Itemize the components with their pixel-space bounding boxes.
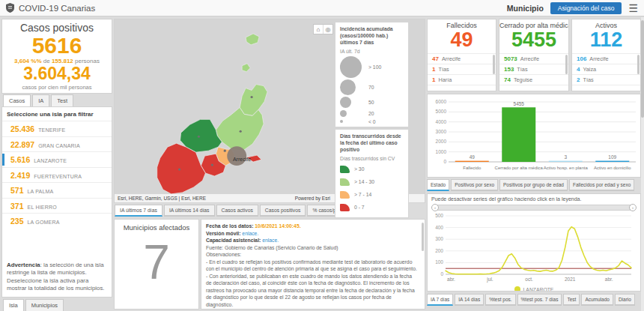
tab-estado[interactable]: Estado	[427, 179, 449, 191]
source-line: Fuente: Gobierno de Canarias (Servicio C…	[206, 244, 419, 252]
date-value: 10/6/2021 14:00:45.	[255, 223, 300, 229]
svg-text:abr.: abr.	[605, 277, 613, 282]
incidence-rate: 3.604,34	[2, 64, 112, 83]
island-row-la-gomera[interactable]: 235 LA GOMERA	[2, 213, 112, 229]
legend-circle-0	[340, 120, 343, 123]
svg-text:3: 3	[564, 154, 567, 160]
svg-text:6000: 6000	[436, 99, 447, 104]
observations-title: Observaciones:	[206, 251, 419, 259]
tab-isla[interactable]: Isla	[3, 299, 24, 311]
slider-handle-left[interactable]: ‹	[431, 204, 439, 211]
tab-acumulado[interactable]: Acumulado	[581, 294, 613, 306]
assign-case-button[interactable]: Asignación del caso	[550, 2, 622, 14]
island-count: 22.897	[10, 140, 34, 149]
tab-municipios[interactable]: Municipios	[25, 299, 64, 311]
list-item: 47Arrecife	[428, 53, 496, 64]
legend-incidence: Incidencia acumulada (casos/100000 hab.)…	[335, 22, 409, 127]
island-count: 235	[10, 217, 24, 226]
svg-text:3000: 3000	[436, 129, 447, 134]
list-item: 70Yaiza	[499, 85, 568, 88]
status-tabbar: Estado Positivos por sexo Positivos por …	[427, 179, 634, 191]
tab-casos-positivos[interactable]: Casos positivos	[260, 205, 306, 217]
legend-days-since-case: Días transcurridos desde la fecha del úl…	[335, 129, 409, 218]
tab-ia14[interactable]: IA 14 días	[455, 294, 484, 306]
tab-positivos-sexo[interactable]: Positivos por sexo	[451, 179, 498, 191]
list-item: 1Tías	[428, 64, 496, 74]
tab-fallecidos-edad-sexo[interactable]: Fallecidos por edad y sexo	[569, 179, 634, 191]
status-bar-chart[interactable]: 010002000300040005000600049Fallecido5455…	[428, 94, 640, 177]
positive-cases-title: Casos positivos	[2, 19, 112, 34]
legend-hint: Puede desactivar series del gráfico haci…	[428, 194, 640, 203]
tab-ia-14-dias[interactable]: IA últimos 14 días	[164, 205, 215, 217]
island-row-el-hierro[interactable]: 371 EL HIERRO	[2, 198, 112, 214]
tab-test-pos[interactable]: %test pos.	[485, 294, 515, 306]
lanzarote-legend-dot	[514, 286, 520, 292]
ia-line-chart[interactable]: 0100200300400500abr.jul.oct.2021abr.	[428, 212, 637, 284]
legend-circle-100	[340, 56, 362, 78]
svg-text:200: 200	[435, 248, 443, 253]
powered-by-esri: Powered by Esri	[295, 196, 330, 201]
island-name: LA GOMERA	[28, 220, 60, 225]
map-panel[interactable]: ⌂ ◎ Arrecife Esri, HERE, Garmin, USGS | …	[114, 19, 425, 203]
swatch-0-7	[340, 204, 350, 211]
tab-positivos-edad[interactable]: Positivos por grupo de edad	[499, 179, 568, 191]
list-scrollbar[interactable]	[637, 55, 640, 74]
time-slider[interactable]: ‹ ›	[432, 205, 636, 211]
island-count: 5.616	[10, 155, 30, 164]
island-count: 571	[10, 186, 24, 195]
city-label-arrecife: Arrecife	[225, 157, 258, 162]
tab-ia7[interactable]: IA 7 días	[427, 294, 453, 306]
island-row-tenerife[interactable]: 25.436 TENERIFE	[2, 121, 112, 136]
closed-cases-value: 5455	[499, 29, 568, 52]
svg-text:Activo en domicilio: Activo en domicilio	[594, 166, 631, 170]
svg-text:1000: 1000	[436, 149, 447, 154]
date-label: Fecha de los datos:	[206, 223, 253, 229]
island-row-fuerteventura[interactable]: 2.419 FUERTEVENTURA	[2, 167, 112, 183]
data-info-panel: Fecha de los datos: 10/6/2021 14:00:45. …	[201, 219, 425, 310]
list-item: 5073Arrecife	[499, 53, 568, 64]
incidence-rate-caption: casos por cien mil personas	[2, 84, 112, 91]
list-item: 153Tías	[499, 64, 568, 74]
tab-test[interactable]: Test	[563, 294, 580, 306]
closed-cases-list: 5073Arrecife 153Tías 74Teguise 70Yaiza	[499, 53, 568, 88]
island-count: 2.419	[10, 171, 30, 180]
island-row-gran-canaria[interactable]: 22.897 GRAN CANARIA	[2, 136, 112, 152]
list-item: 106Arrecife	[572, 53, 640, 64]
line-chart-legend[interactable]: LANZAROTE	[428, 286, 640, 292]
legend-circle-70	[340, 79, 356, 95]
list-scrollbar[interactable]	[493, 55, 495, 74]
island-row-la-palma[interactable]: 571 LA PALMA	[2, 182, 112, 198]
svg-text:Activo hosp. en planta: Activo hosp. en planta	[544, 166, 589, 170]
home-extent-icon[interactable]: ⌂	[314, 25, 323, 34]
svg-text:4000: 4000	[436, 119, 447, 124]
island-filter-tabbar: Isla Municipios	[3, 299, 64, 311]
island-row-lanzarote[interactable]: 5.616 LANZAROTE	[2, 151, 112, 167]
mobile-version-link[interactable]: enlace.	[242, 231, 258, 236]
hamburger-menu-icon[interactable]: ☰	[628, 3, 638, 13]
active-cases-panel: Activos 112 106Arrecife 4Yaiza 2Tías 0Sa…	[571, 19, 641, 91]
island-name: FUERTEVENTURA	[34, 174, 82, 179]
svg-text:oct.: oct.	[525, 277, 533, 282]
svg-text:100: 100	[435, 259, 443, 265]
tab-test-pos-7[interactable]: %test pos. 7 días	[517, 294, 562, 306]
layers-icon[interactable]: ◎	[323, 25, 332, 34]
list-item: 4Yaiza	[572, 64, 640, 74]
tab-ia-7-dias[interactable]: IA últimos 7 días	[115, 205, 162, 217]
slider-handle-right[interactable]: ›	[629, 204, 637, 211]
tab-casos-activos[interactable]: Casos activos	[216, 205, 258, 217]
header: COVID-19 Canarias Municipio Asignación d…	[0, 0, 644, 16]
island-count: 371	[10, 202, 24, 211]
active-cases-value: 112	[572, 29, 640, 52]
svg-text:300: 300	[435, 236, 443, 241]
swatch-7-14	[340, 191, 350, 199]
list-scrollbar[interactable]	[565, 55, 568, 74]
list-item: 74Teguise	[499, 74, 568, 85]
svg-text:5455: 5455	[514, 101, 525, 106]
info-scrollbar[interactable]	[422, 223, 424, 251]
scrollbar-thumb[interactable]	[641, 20, 644, 118]
capacity-link[interactable]: enlace.	[262, 238, 279, 243]
tab-diario[interactable]: Diario	[615, 294, 635, 306]
positive-cases-total: 5616	[2, 34, 112, 58]
page-scrollbar[interactable]	[641, 17, 644, 311]
active-cases-list: 106Arrecife 4Yaiza 2Tías 0San Bartolomé	[572, 53, 640, 88]
